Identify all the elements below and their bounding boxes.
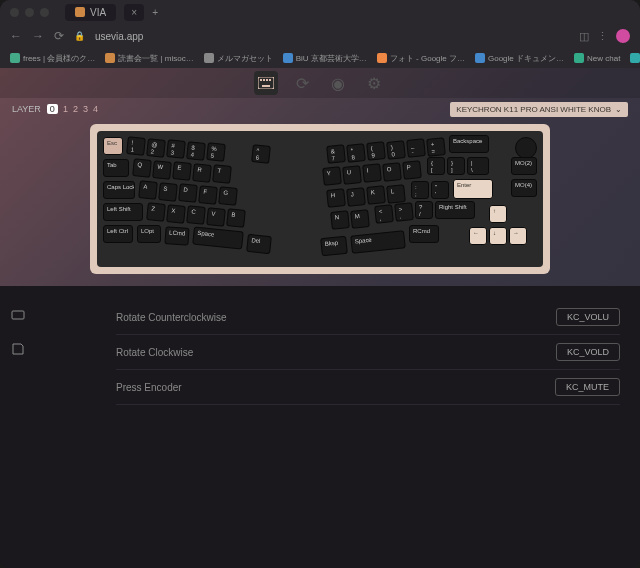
key-r[interactable]: R (192, 163, 212, 183)
traffic-light-close[interactable] (10, 8, 19, 17)
bookmark-item[interactable]: BiU 京都芸術大学… (283, 53, 367, 64)
key-8[interactable]: * 8 (346, 143, 366, 163)
key-backspace[interactable]: Backspace (449, 135, 489, 153)
bookmark-item[interactable]: 読書会一覧 | misoc… (105, 53, 193, 64)
rotary-knob[interactable] (515, 137, 537, 159)
key-a[interactable]: A (138, 180, 158, 200)
layer-2[interactable]: 2 (73, 104, 78, 114)
key-f[interactable]: F (198, 185, 218, 205)
key-7[interactable]: & 7 (326, 144, 346, 164)
layer-1[interactable]: 1 (63, 104, 68, 114)
key-leftctrl[interactable]: Left Ctrl (103, 225, 133, 243)
key-k[interactable]: K (366, 185, 386, 205)
key-[interactable]: " ' (431, 181, 449, 199)
key-s[interactable]: S (158, 182, 178, 202)
key-[interactable]: > . (394, 202, 414, 222)
bookmark-item[interactable]: フォト - Google フ… (377, 53, 465, 64)
new-tab-button[interactable]: + (152, 7, 158, 18)
key-leftshift[interactable]: Left Shift (103, 203, 143, 221)
lighting-icon[interactable]: ◉ (326, 71, 350, 95)
key-i[interactable]: I (362, 163, 382, 183)
key-[interactable]: < , (374, 204, 394, 224)
key-[interactable]: { [ (427, 157, 445, 175)
layer-3[interactable]: 3 (83, 104, 88, 114)
key-capslock[interactable]: Caps Lock (103, 181, 135, 199)
encoder-value[interactable]: KC_MUTE (555, 378, 620, 396)
key-[interactable]: _ - (406, 138, 426, 158)
bookmark-item[interactable]: frees | 会員様のク… (10, 53, 95, 64)
encoder-value[interactable]: KC_VOLU (556, 308, 620, 326)
key-[interactable]: ← (469, 227, 487, 245)
key-[interactable]: | \ (467, 157, 489, 175)
key-l[interactable]: L (386, 184, 406, 204)
key-y[interactable]: Y (322, 166, 342, 186)
key-h[interactable]: H (326, 188, 346, 208)
key-lopt[interactable]: LOpt (137, 225, 161, 243)
key-u[interactable]: U (342, 165, 362, 185)
key-m[interactable]: M (350, 209, 370, 229)
key-tab[interactable]: Tab (103, 159, 129, 177)
key-space[interactable]: Space (350, 230, 406, 254)
key-lcmd[interactable]: LCmd (164, 226, 189, 246)
traffic-light-min[interactable] (25, 8, 34, 17)
key-esc[interactable]: Esc (103, 137, 123, 155)
key-space[interactable]: Space (192, 226, 244, 249)
keyboard-tab-icon[interactable] (254, 71, 278, 95)
key-c[interactable]: C (186, 205, 206, 225)
key-[interactable]: + = (426, 137, 446, 157)
traffic-light-max[interactable] (40, 8, 49, 17)
key-del[interactable]: Del (246, 234, 272, 254)
key-enter[interactable]: Enter (453, 179, 493, 199)
url-text[interactable]: usevia.app (95, 31, 569, 42)
key-t[interactable]: T (212, 164, 232, 184)
key-w[interactable]: W (152, 160, 172, 180)
device-selector[interactable]: KEYCHRON K11 PRO ANSI WHITE KNOB ⌄ (450, 102, 628, 117)
key-rightshift[interactable]: Right Shift (435, 201, 475, 219)
key-o[interactable]: O (382, 162, 402, 182)
key-b[interactable]: B (226, 208, 246, 228)
key-1[interactable]: ! 1 (126, 136, 146, 156)
key-d[interactable]: D (178, 183, 198, 203)
key-[interactable]: → (509, 227, 527, 245)
layer-4[interactable]: 4 (93, 104, 98, 114)
bookmark-item[interactable]: CLOVA Note (630, 53, 640, 63)
key-v[interactable]: V (206, 207, 226, 227)
key-g[interactable]: G (218, 186, 238, 206)
forward-button[interactable]: → (32, 29, 44, 43)
key-x[interactable]: X (166, 204, 186, 224)
reload-button[interactable]: ⟳ (54, 29, 64, 43)
back-button[interactable]: ← (10, 29, 22, 43)
key-[interactable]: ↓ (489, 227, 507, 245)
key-[interactable]: ? / (415, 201, 433, 219)
browser-tab[interactable]: VIA (65, 4, 116, 21)
key-3[interactable]: # 3 (166, 139, 186, 159)
key-[interactable]: ↑ (489, 205, 507, 223)
key-z[interactable]: Z (146, 202, 166, 222)
blank-tab[interactable]: × (124, 4, 144, 21)
key-bksp[interactable]: Bksp (320, 236, 348, 257)
key-0[interactable]: ) 0 (386, 140, 406, 160)
key-2[interactable]: @ 2 (146, 138, 166, 158)
key-n[interactable]: N (330, 210, 350, 230)
extension-icon[interactable]: ◫ (579, 30, 589, 43)
encoder-value[interactable]: KC_VOLD (556, 343, 620, 361)
refresh-icon[interactable]: ⟳ (290, 71, 314, 95)
save-icon[interactable] (9, 340, 27, 358)
settings-icon[interactable]: ⚙ (362, 71, 386, 95)
keymap-icon[interactable] (9, 306, 27, 324)
profile-avatar[interactable] (616, 29, 630, 43)
key-q[interactable]: Q (132, 158, 152, 178)
key-4[interactable]: $ 4 (186, 141, 206, 161)
key-rcmd[interactable]: RCmd (409, 225, 439, 243)
bookmark-item[interactable]: New chat (574, 53, 620, 63)
key-j[interactable]: J (346, 187, 366, 207)
key-e[interactable]: E (172, 161, 192, 181)
menu-icon[interactable]: ⋮ (597, 30, 608, 43)
key-p[interactable]: P (402, 160, 422, 180)
key-[interactable]: : ; (411, 181, 429, 199)
key-5[interactable]: % 5 (206, 142, 226, 162)
bookmark-item[interactable]: Google ドキュメン… (475, 53, 564, 64)
layer-0[interactable]: 0 (47, 104, 58, 114)
bookmark-item[interactable]: メルマガセット (204, 53, 273, 64)
key-6[interactable]: ^ 6 (251, 144, 271, 164)
